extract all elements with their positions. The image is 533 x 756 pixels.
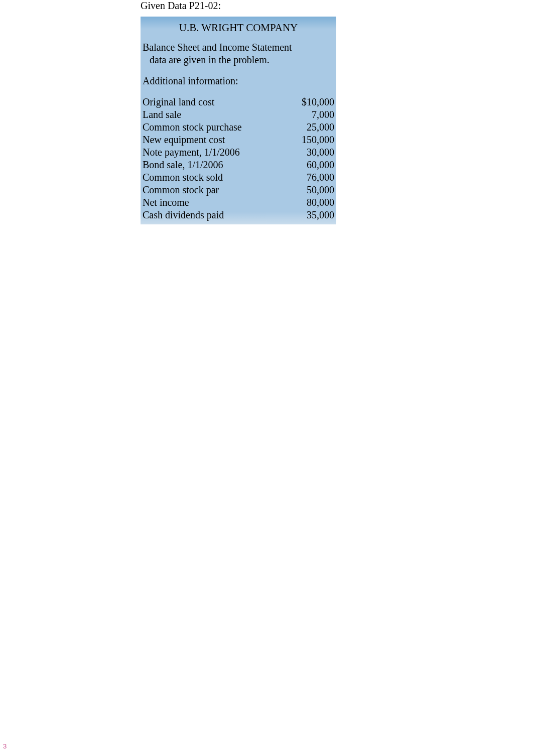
row-label: Land sale <box>143 108 181 121</box>
table-row: Land sale 7,000 <box>141 108 336 121</box>
row-value: 80,000 <box>307 196 334 209</box>
table-row: Cash dividends paid 35,000 <box>141 209 336 221</box>
company-title: U.B. WRIGHT COMPANY <box>141 21 336 41</box>
page-number: 3 <box>0 742 7 750</box>
table-row: Common stock par 50,000 <box>141 184 336 196</box>
info-line-2: data are given in the problem. <box>143 54 336 66</box>
row-label: Bond sale, 1/1/2006 <box>143 159 223 171</box>
row-value: $10,000 <box>302 96 334 108</box>
row-label: Common stock sold <box>143 171 223 184</box>
row-label: Note payment, 1/1/2006 <box>143 146 240 159</box>
row-value: 7,000 <box>312 108 334 121</box>
data-panel: U.B. WRIGHT COMPANY Balance Sheet and In… <box>141 17 336 224</box>
row-value: 50,000 <box>307 184 334 196</box>
row-value: 25,000 <box>307 121 334 134</box>
table-row: Note payment, 1/1/2006 30,000 <box>141 146 336 159</box>
row-value: 150,000 <box>302 134 334 146</box>
table-row: Common stock purchase 25,000 <box>141 121 336 134</box>
table-row: Net income 80,000 <box>141 196 336 209</box>
row-value: 30,000 <box>307 146 334 159</box>
row-label: Cash dividends paid <box>143 209 224 221</box>
info-line-1: Balance Sheet and Income Statement <box>143 41 336 54</box>
row-label: Common stock purchase <box>143 121 242 134</box>
row-label: Original land cost <box>143 96 214 108</box>
row-label: Net income <box>143 196 189 209</box>
row-label: Common stock par <box>143 184 219 196</box>
row-value: 60,000 <box>307 159 334 171</box>
info-block: Balance Sheet and Income Statement data … <box>141 41 336 75</box>
table-row: Original land cost $10,000 <box>141 96 336 108</box>
row-value: 76,000 <box>307 171 334 184</box>
table-row: Bond sale, 1/1/2006 60,000 <box>141 159 336 171</box>
table-row: Common stock sold 76,000 <box>141 171 336 184</box>
row-value: 35,000 <box>307 209 334 221</box>
page-heading: Given Data P21-02: <box>141 0 396 17</box>
row-label: New equipment cost <box>143 134 225 146</box>
table-row: New equipment cost 150,000 <box>141 134 336 146</box>
additional-info-label: Additional information: <box>141 75 336 96</box>
